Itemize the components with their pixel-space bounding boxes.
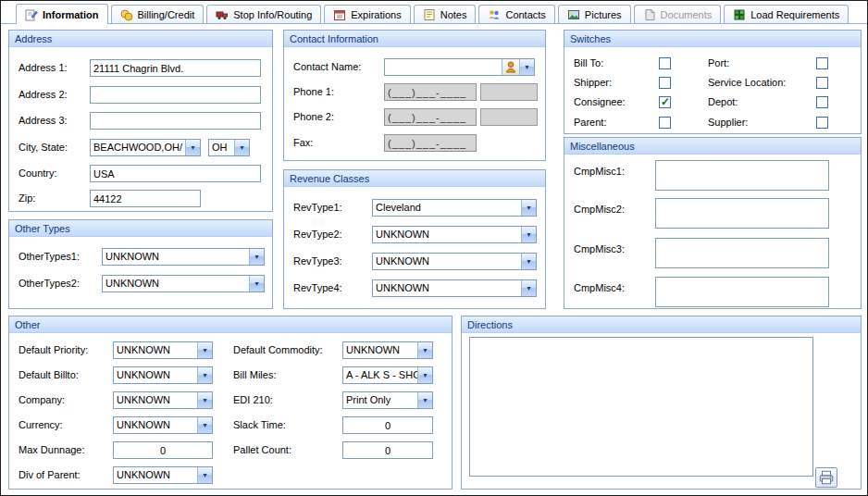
state-combo[interactable]: OH [208,139,250,156]
zip-input[interactable] [90,190,201,207]
chevron-down-icon[interactable] [197,417,212,433]
tab-expirations[interactable]: Expirations [324,5,410,23]
revtype3-combo-value: UNKNOWN [373,254,521,269]
othertypes1-combo[interactable]: UNKNOWN [102,248,265,266]
chevron-down-icon[interactable] [519,59,534,75]
depot-checkbox[interactable] [816,96,828,108]
tab-billing-credit[interactable]: Billing/Credit [111,5,205,23]
load-requirements-icon [733,8,746,21]
revtype3-combo[interactable]: UNKNOWN [372,253,537,270]
chevron-down-icon[interactable] [521,280,536,296]
tab-information-label: Information [43,9,99,20]
other-types-groupbox-title: Other Types [9,220,272,237]
state-combo-value: OH [209,140,234,155]
bill-to-checkbox[interactable] [659,57,671,69]
tab-stop-info-routing[interactable]: Stop Info/Routing [206,5,321,23]
cmpmisc2-label: CmpMisc2: [574,201,625,218]
default-commodity-combo[interactable]: UNKNOWN [342,341,433,359]
tab-information[interactable]: Information [16,4,108,24]
chevron-down-icon[interactable] [197,392,212,408]
phone1-input[interactable] [384,83,477,101]
cmpmisc1-label: CmpMisc1: [574,163,625,180]
address1-input[interactable] [90,59,261,77]
address3-input[interactable] [90,112,261,130]
consignee-checkbox[interactable] [659,96,671,108]
currency-combo[interactable]: UNKNOWN [113,416,213,434]
directions-textarea[interactable] [469,337,813,477]
pallet-count-input[interactable] [342,441,433,459]
contact-name-combo[interactable] [384,58,535,76]
div-of-parent-combo[interactable]: UNKNOWN [113,466,213,484]
supplier-checkbox[interactable] [816,117,828,129]
company-label: Company: [19,391,65,409]
tab-load-requirements[interactable]: Load Requirements [724,5,849,23]
company-combo[interactable]: UNKNOWN [113,391,213,409]
bill-miles-combo[interactable]: A - ALK S - SHO [342,366,433,384]
chevron-down-icon[interactable] [197,367,212,383]
chevron-down-icon[interactable] [234,140,249,155]
chevron-down-icon[interactable] [197,467,212,483]
notes-icon [423,8,436,21]
city-combo-value: BEACHWOOD,OH/ [91,140,185,155]
revtype4-combo-value: UNKNOWN [373,280,521,296]
tab-stop-info-routing-label: Stop Info/Routing [233,9,312,20]
tab-contacts[interactable]: Contacts [478,5,554,23]
print-directions-button[interactable] [815,467,837,488]
documents-icon [643,8,656,21]
phone2-input[interactable] [384,108,477,126]
chevron-down-icon[interactable] [521,254,536,269]
chevron-down-icon[interactable] [521,227,536,242]
country-input[interactable] [90,165,261,182]
chevron-down-icon[interactable] [417,342,432,358]
cmpmisc2-input[interactable] [655,198,829,229]
cmpmisc4-input[interactable] [655,277,829,307]
consignee-label: Consignee: [574,96,626,108]
contact-lookup-button[interactable] [502,59,519,75]
port-checkbox[interactable] [816,57,828,69]
revtype1-combo[interactable]: Cleveland [372,199,537,217]
chevron-down-icon[interactable] [185,140,200,155]
othertypes2-combo[interactable]: UNKNOWN [102,275,265,292]
supplier-label: Supplier: [708,117,748,129]
chevron-down-icon[interactable] [249,276,264,291]
chevron-down-icon[interactable] [521,200,536,216]
chevron-down-icon[interactable] [249,249,264,265]
othertypes1-combo-value: UNKNOWN [103,249,249,265]
address2-input[interactable] [90,86,261,104]
max-dunnage-input[interactable] [113,441,213,459]
cmpmisc1-input[interactable] [655,160,829,191]
tab-contacts-label: Contacts [505,9,545,20]
revtype3-label: RevType3: [293,253,342,270]
tab-pictures-label: Pictures [585,9,622,20]
default-commodity-label: Default Commodity: [233,341,323,359]
slack-time-input[interactable] [342,416,433,434]
edi-210-combo[interactable]: Print Only [342,391,433,409]
currency-combo-value: UNKNOWN [114,417,197,433]
default-billto-combo[interactable]: UNKNOWN [113,366,213,384]
revtype4-combo[interactable]: UNKNOWN [372,279,537,297]
chevron-down-icon[interactable] [417,367,432,383]
phone1-extension-field [480,83,538,101]
tab-load-requirements-label: Load Requirements [750,9,839,20]
switches-groupbox: Switches Bill To: Shipper: Consignee: Pa… [564,30,862,134]
service-location-checkbox[interactable] [816,77,828,89]
chevron-down-icon[interactable] [197,342,212,358]
city-combo[interactable]: BEACHWOOD,OH/ [90,139,201,156]
edi-210-combo-value: Print Only [343,392,417,408]
parent-checkbox[interactable] [659,117,671,129]
cmpmisc3-input[interactable] [655,238,829,268]
tab-notes[interactable]: Notes [414,5,477,23]
default-priority-combo[interactable]: UNKNOWN [113,341,213,359]
other-groupbox: Other Default Priority: UNKNOWN Default … [8,316,453,490]
revtype2-combo[interactable]: UNKNOWN [372,226,537,243]
expirations-icon [333,8,346,21]
tab-documents[interactable]: Documents [634,5,722,23]
shipper-checkbox[interactable] [659,77,671,89]
chevron-down-icon[interactable] [417,392,432,408]
fax-input[interactable] [384,134,477,152]
othertypes2-label: OtherTypes2: [19,275,80,292]
default-priority-label: Default Priority: [19,341,88,359]
tab-pictures[interactable]: Pictures [558,5,631,23]
tab-expirations-label: Expirations [351,9,401,20]
slack-time-label: Slack Time: [233,416,286,434]
